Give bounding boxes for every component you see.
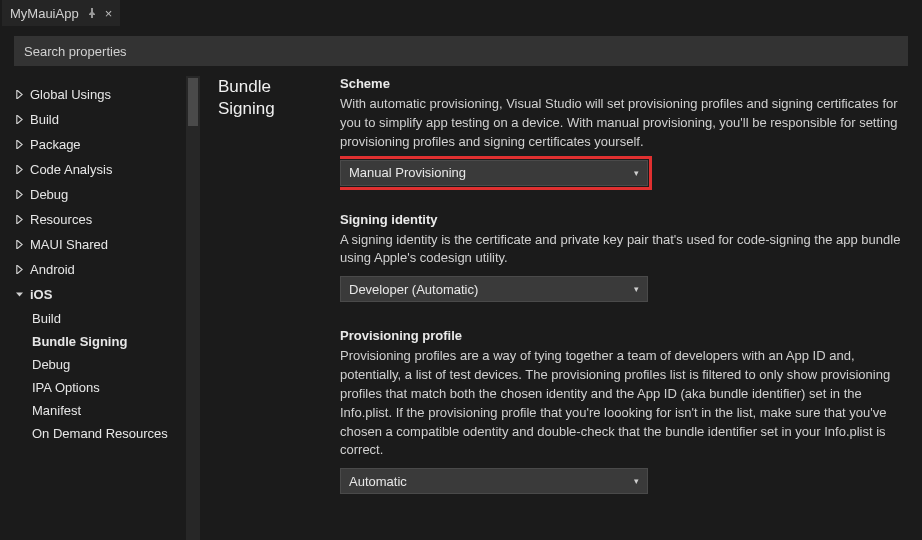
profile-value: Automatic xyxy=(349,474,407,489)
sidebar-scrollbar[interactable] xyxy=(186,76,200,540)
search-input[interactable]: Search properties xyxy=(14,36,908,66)
nav-label: Build xyxy=(30,112,59,127)
identity-title: Signing identity xyxy=(340,212,908,227)
nav-package[interactable]: Package xyxy=(14,132,188,157)
nav-label: Resources xyxy=(30,212,92,227)
nav-label: Android xyxy=(30,262,75,277)
nav-maui-shared[interactable]: MAUI Shared xyxy=(14,232,188,257)
nav-global-usings[interactable]: Global Usings xyxy=(14,82,188,107)
nav-build[interactable]: Build xyxy=(14,107,188,132)
tab-title: MyMauiApp xyxy=(10,6,79,21)
nav-label: iOS xyxy=(30,287,52,302)
tab-bar: MyMauiApp × xyxy=(0,0,922,26)
profile-title: Provisioning profile xyxy=(340,328,908,343)
chevron-right-icon xyxy=(14,90,24,99)
nav-label: Package xyxy=(30,137,81,152)
nav-label: IPA Options xyxy=(32,380,100,395)
group-provisioning-profile: Provisioning profile Provisioning profil… xyxy=(340,328,908,494)
scheme-title: Scheme xyxy=(340,76,908,91)
pin-icon[interactable] xyxy=(87,8,97,18)
section-title: Bundle Signing xyxy=(200,76,340,540)
chevron-down-icon: ▾ xyxy=(634,284,639,294)
chevron-right-icon xyxy=(14,115,24,124)
scheme-description: With automatic provisioning, Visual Stud… xyxy=(340,95,908,152)
nav-resources[interactable]: Resources xyxy=(14,207,188,232)
nav-ios-build[interactable]: Build xyxy=(32,307,188,330)
nav-label: Build xyxy=(32,311,61,326)
chevron-down-icon: ▾ xyxy=(634,168,639,178)
nav-label: Bundle Signing xyxy=(32,334,127,349)
scrollbar-thumb[interactable] xyxy=(188,78,198,126)
section-title-line2: Signing xyxy=(218,99,275,118)
nav-label: MAUI Shared xyxy=(30,237,108,252)
search-placeholder: Search properties xyxy=(24,44,127,59)
nav-ios-bundle-signing[interactable]: Bundle Signing xyxy=(32,330,188,353)
nav-ios-ipa-options[interactable]: IPA Options xyxy=(32,376,188,399)
nav-label: On Demand Resources xyxy=(32,426,168,441)
nav-code-analysis[interactable]: Code Analysis xyxy=(14,157,188,182)
nav-ios-manifest[interactable]: Manifest xyxy=(32,399,188,422)
nav-ios-debug[interactable]: Debug xyxy=(32,353,188,376)
tab-mymauiapp[interactable]: MyMauiApp × xyxy=(2,0,120,26)
nav-label: Debug xyxy=(32,357,70,372)
chevron-right-icon xyxy=(14,215,24,224)
scheme-value: Manual Provisioning xyxy=(349,165,466,180)
profile-dropdown[interactable]: Automatic ▾ xyxy=(340,468,648,494)
nav-android[interactable]: Android xyxy=(14,257,188,282)
nav-label: Global Usings xyxy=(30,87,111,102)
scheme-dropdown[interactable]: Manual Provisioning ▾ xyxy=(340,160,648,186)
group-signing-identity: Signing identity A signing identity is t… xyxy=(340,212,908,303)
identity-dropdown[interactable]: Developer (Automatic) ▾ xyxy=(340,276,648,302)
chevron-right-icon xyxy=(14,265,24,274)
chevron-right-icon xyxy=(14,140,24,149)
identity-description: A signing identity is the certificate an… xyxy=(340,231,908,269)
chevron-right-icon xyxy=(14,165,24,174)
nav-ios-on-demand-resources[interactable]: On Demand Resources xyxy=(32,422,188,445)
nav-label: Manifest xyxy=(32,403,81,418)
chevron-down-icon: ▾ xyxy=(634,476,639,486)
section-title-line1: Bundle xyxy=(218,77,271,96)
group-scheme: Scheme With automatic provisioning, Visu… xyxy=(340,76,908,186)
chevron-down-icon xyxy=(14,290,24,299)
chevron-right-icon xyxy=(14,190,24,199)
identity-value: Developer (Automatic) xyxy=(349,282,478,297)
search-bar-container: Search properties xyxy=(0,26,922,76)
nav-ios[interactable]: iOS xyxy=(14,282,188,307)
nav-debug[interactable]: Debug xyxy=(14,182,188,207)
close-icon[interactable]: × xyxy=(105,6,113,21)
profile-description: Provisioning profiles are a way of tying… xyxy=(340,347,908,460)
properties-nav: Global Usings Build Package Code Analysi… xyxy=(0,76,200,540)
settings-content: Scheme With automatic provisioning, Visu… xyxy=(340,76,922,540)
nav-label: Debug xyxy=(30,187,68,202)
chevron-right-icon xyxy=(14,240,24,249)
nav-label: Code Analysis xyxy=(30,162,112,177)
